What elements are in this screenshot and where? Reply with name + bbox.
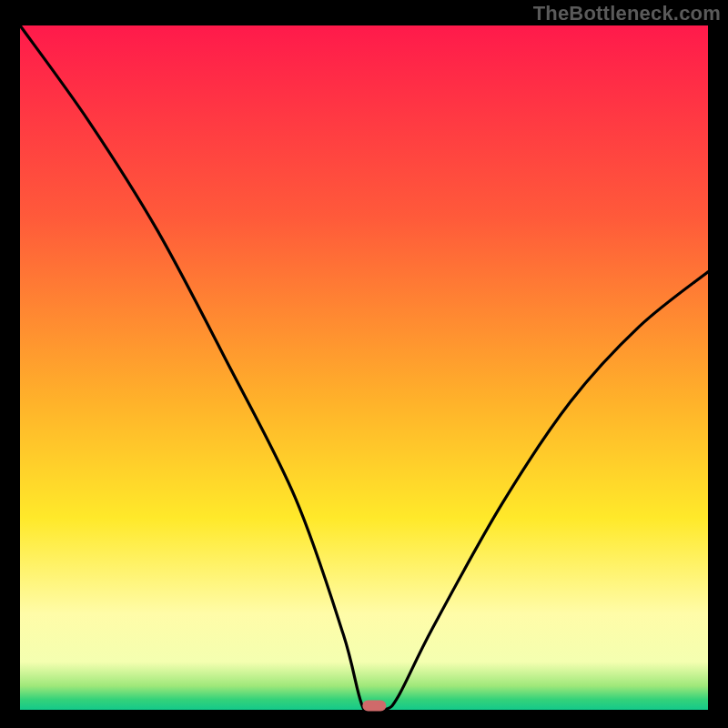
plot-background: [20, 25, 708, 710]
chart-frame: TheBottleneck.com: [0, 0, 728, 728]
optimal-marker: [362, 700, 386, 711]
watermark-text: TheBottleneck.com: [533, 2, 721, 25]
bottleneck-chart: [0, 0, 728, 728]
